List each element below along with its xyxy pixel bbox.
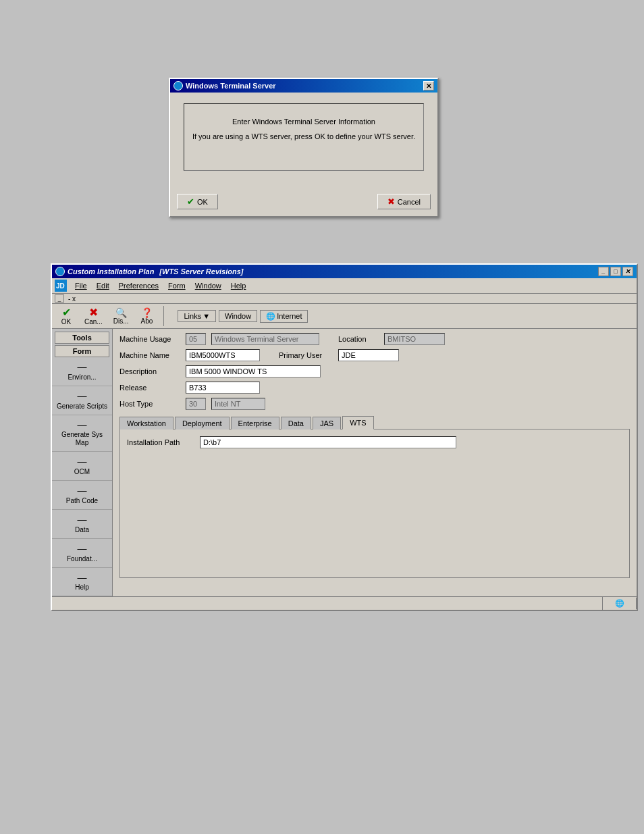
menu-preferences[interactable]: Preferences (115, 280, 163, 291)
toolbar-dis-label: Dis... (113, 317, 129, 325)
status-bar: 🌐 (52, 596, 637, 610)
message-box: Enter Windows Terminal Server Informatio… (184, 103, 424, 171)
sidebar-path-code-label: Path Code (66, 497, 98, 505)
toolbar-cancel-button[interactable]: ✖ Can... (82, 307, 105, 326)
ok-checkmark-icon: ✔ (187, 197, 194, 207)
maximize-button[interactable]: □ (610, 267, 621, 276)
host-type-code-input[interactable] (186, 398, 206, 410)
message-title: Enter Windows Terminal Server Informatio… (191, 118, 417, 126)
status-segment-main (52, 597, 603, 610)
sub-minimize-btn[interactable]: _ (55, 294, 64, 303)
dialog-body: Enter Windows Terminal Server Informatio… (170, 93, 437, 190)
app-menu-icon: JD (55, 280, 67, 292)
tab-deployment[interactable]: Deployment (175, 417, 230, 429)
links-arrow-icon: ▼ (203, 312, 210, 320)
machine-usage-code-input[interactable] (186, 333, 206, 345)
release-input[interactable] (186, 382, 260, 394)
wts-tab-content: Installation Path (119, 429, 630, 578)
message-text: If you are using a WTS server, press OK … (191, 132, 417, 140)
sidebar-item-generate-scripts[interactable]: — Generate Scripts (52, 386, 112, 415)
machine-usage-label: Machine Usage (119, 335, 180, 343)
location-input[interactable] (384, 333, 445, 345)
menu-help[interactable]: Help (227, 280, 250, 291)
app-titlebar: Custom Installation Plan [WTS Server Rev… (52, 265, 637, 278)
dialog-close-button[interactable]: ✕ (423, 81, 434, 90)
machine-name-label: Machine Name (119, 351, 180, 359)
app-window: Custom Installation Plan [WTS Server Rev… (51, 263, 638, 611)
internet-button[interactable]: 🌐 Internet (260, 310, 308, 323)
sidebar-item-ocm[interactable]: — OCM (52, 452, 112, 481)
sidebar-form-header[interactable]: Form (55, 345, 109, 357)
tab-jas-label: JAS (320, 419, 333, 427)
toolbar-dis-button[interactable]: 🔍 Dis... (111, 307, 132, 325)
tab-data[interactable]: Data (281, 417, 311, 429)
status-segment-icon: 🌐 (603, 598, 637, 609)
app-titlebar-buttons: _ □ ✕ (598, 267, 633, 276)
sidebar-item-environ[interactable]: — Environ... (52, 357, 112, 386)
tab-jas[interactable]: JAS (313, 417, 341, 429)
sub-titlebar-left: _ - x (55, 294, 76, 303)
data-icon: — (78, 514, 87, 525)
sidebar-help-label: Help (75, 583, 89, 592)
installation-path-input[interactable] (200, 436, 456, 448)
menu-edit[interactable]: Edit (92, 280, 113, 291)
toolbar-links-area: Links ▼ Window 🌐 Internet (178, 310, 308, 323)
window-button[interactable]: Window (219, 310, 257, 322)
window-label: Window (225, 312, 251, 320)
machine-usage-row: Machine Usage Location (119, 333, 630, 345)
tab-enterprise[interactable]: Enterprise (231, 417, 279, 429)
tab-wts-label: WTS (350, 419, 366, 427)
sidebar-environ-label: Environ... (68, 373, 96, 382)
generate-sys-map-icon: — (78, 419, 87, 431)
machine-name-input[interactable] (186, 349, 260, 361)
minimize-button[interactable]: _ (598, 267, 609, 276)
host-type-value-input (211, 398, 265, 410)
titlebar-left: Windows Terminal Server (173, 81, 276, 90)
ocm-icon: — (78, 456, 87, 467)
cancel-icon: ✖ (89, 307, 98, 318)
dis-icon: 🔍 (115, 308, 127, 317)
host-type-row: Host Type (119, 398, 630, 410)
primary-user-label: Primary User (279, 351, 333, 359)
sidebar-foundat-label: Foundat... (67, 555, 97, 563)
cancel-button[interactable]: ✖ Cancel (377, 194, 431, 209)
dialog-title: Windows Terminal Server (186, 82, 276, 90)
release-label: Release (119, 384, 180, 392)
sidebar-generate-scripts-label: Generate Scripts (57, 402, 107, 411)
toolbar-separator (163, 306, 164, 326)
help-icon: — (78, 572, 87, 583)
toolbar-abo-button[interactable]: ❓ Abo (136, 307, 157, 325)
sidebar-ocm-label: OCM (74, 468, 90, 476)
menu-file[interactable]: File (71, 280, 91, 291)
sidebar-item-path-code[interactable]: — Path Code (52, 481, 112, 510)
tab-wts[interactable]: WTS (342, 416, 373, 429)
description-input[interactable] (186, 365, 321, 377)
toolbar-abo-label: Abo (141, 317, 153, 325)
tab-workstation[interactable]: Workstation (119, 417, 173, 429)
sidebar-item-help[interactable]: — Help (52, 568, 112, 597)
main-area: Tools Form — Environ... — Generate Scrip… (52, 329, 637, 596)
sidebar: Tools Form — Environ... — Generate Scrip… (52, 329, 113, 596)
ok-button[interactable]: ✔ OK (177, 194, 218, 209)
sidebar-data-label: Data (75, 526, 89, 534)
links-button[interactable]: Links ▼ (178, 310, 216, 322)
dialog-titlebar: Windows Terminal Server ✕ (170, 79, 437, 93)
sidebar-item-generate-sys-map[interactable]: — Generate Sys Map (52, 415, 112, 452)
primary-user-input[interactable] (338, 349, 399, 361)
close-button[interactable]: ✕ (622, 267, 633, 276)
sidebar-item-data[interactable]: — Data (52, 510, 112, 539)
internet-globe-icon: 🌐 (266, 312, 275, 321)
description-row: Description (119, 365, 630, 377)
tab-deployment-label: Deployment (182, 419, 222, 427)
menu-bar: JD File Edit Preferences Form Window Hel… (52, 278, 637, 294)
sidebar-item-foundat[interactable]: — Foundat... (52, 539, 112, 568)
menu-window[interactable]: Window (191, 280, 225, 291)
sidebar-tools-header[interactable]: Tools (55, 332, 109, 344)
menu-form[interactable]: Form (164, 280, 190, 291)
location-label: Location (338, 335, 379, 343)
host-type-label: Host Type (119, 400, 180, 408)
toolbar-ok-button[interactable]: ✔ OK (56, 307, 76, 326)
cancel-x-icon: ✖ (387, 197, 395, 207)
wts-dialog: Windows Terminal Server ✕ Enter Windows … (169, 78, 439, 217)
app-icon (55, 267, 65, 276)
